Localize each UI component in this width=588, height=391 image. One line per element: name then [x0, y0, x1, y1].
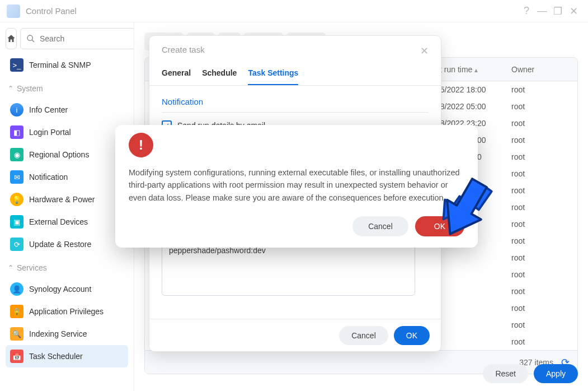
cell-owner: root: [511, 337, 567, 346]
tab-schedule[interactable]: Schedule: [202, 68, 237, 85]
cell-owner: root: [511, 85, 567, 94]
bottom-bar: Reset Apply: [483, 364, 578, 383]
search-icon: [26, 34, 35, 43]
globe-icon: ◉: [10, 148, 23, 161]
sidebar-item-info[interactable]: i Info Center: [6, 99, 128, 121]
chat-icon: ✉: [10, 170, 23, 184]
tab-task-settings[interactable]: Task Settings: [248, 68, 298, 85]
column-next-run-time[interactable]: xt run time ▴: [436, 65, 511, 74]
device-icon: ▣: [10, 215, 23, 229]
cell-owner: root: [511, 270, 567, 279]
help-icon[interactable]: ?: [519, 3, 534, 19]
warn-cancel-button[interactable]: Cancel: [352, 216, 408, 236]
warning-icon: !: [129, 133, 153, 157]
sidebar-item-indexing[interactable]: 🔍 Indexing Service: [6, 323, 128, 345]
close-icon[interactable]: ✕: [566, 3, 581, 19]
sidebar-item-label: Application Privileges: [29, 307, 104, 316]
sidebar-item-label: Terminal & SNMP: [29, 60, 91, 69]
chevron-icon: ⌃: [8, 264, 13, 272]
sidebar-item-regional[interactable]: ◉ Regional Options: [6, 143, 128, 166]
modal-ok-button[interactable]: OK: [394, 326, 430, 345]
cell-owner: root: [511, 304, 567, 313]
sidebar-item-tasksched[interactable]: 📅 Task Scheduler: [6, 345, 128, 367]
home-icon: [6, 34, 16, 44]
cell-owner: root: [511, 102, 567, 111]
sidebar-item-label: Notification: [29, 173, 68, 181]
maximize-icon[interactable]: ❐: [550, 3, 566, 19]
sidebar-item-label: Update & Restore: [29, 240, 91, 249]
sidebar-item-syno[interactable]: 👤 Synology Account: [6, 278, 128, 300]
sidebar-item-login[interactable]: ◧ Login Portal: [6, 121, 128, 143]
sidebar-item-label: Login Portal: [29, 128, 71, 137]
lock-icon: 🔒: [10, 305, 23, 318]
modal-cancel-button[interactable]: Cancel: [339, 326, 388, 345]
sidebar-section-system[interactable]: ⌃ System: [6, 78, 128, 99]
svg-point-0: [27, 35, 32, 40]
sidebar-item-update[interactable]: ⟳ Update & Restore: [6, 233, 128, 255]
account-icon: 👤: [10, 282, 23, 296]
warning-dialog: ! Modifying system configurations, runni…: [115, 125, 478, 248]
sidebar-item-apppriv[interactable]: 🔒 Application Privileges: [6, 300, 128, 323]
column-owner[interactable]: Owner: [511, 65, 567, 74]
cell-time: 28/2022 05:00: [436, 102, 511, 111]
sidebar-item-notification[interactable]: ✉ Notification: [6, 166, 128, 188]
cell-owner: root: [511, 136, 567, 145]
sidebar-item-extdev[interactable]: ▣ External Devices: [6, 211, 128, 233]
cell-owner: root: [511, 203, 567, 212]
sidebar-item-hardware[interactable]: 💡 Hardware & Power: [6, 188, 128, 211]
sidebar-item-label: Indexing Service: [29, 329, 87, 338]
cell-owner: root: [511, 220, 567, 229]
modal-title: Create task: [162, 45, 205, 57]
login-icon: ◧: [10, 125, 23, 139]
sidebar-item-label: Regional Options: [29, 150, 89, 159]
sidebar-item-label: Task Scheduler: [29, 352, 83, 361]
search-box[interactable]: [20, 28, 134, 49]
sidebar-item-label: External Devices: [29, 217, 88, 226]
script-textarea[interactable]: peppershade/pashword:dev: [162, 240, 415, 296]
apply-button[interactable]: Apply: [534, 364, 578, 383]
cell-owner: root: [511, 320, 567, 329]
window-title: Control Panel: [26, 6, 77, 16]
sort-asc-icon: ▴: [474, 66, 478, 74]
sidebar: >_ Terminal & SNMP ⌃ System i Info Cente…: [0, 22, 134, 391]
warn-ok-button[interactable]: OK: [415, 216, 464, 236]
svg-line-1: [32, 40, 34, 42]
app-icon: [7, 4, 20, 18]
cell-owner: root: [511, 236, 567, 245]
tab-general[interactable]: General: [162, 68, 191, 85]
sidebar-item-label: Hardware & Power: [29, 195, 95, 204]
info-icon: i: [10, 103, 23, 117]
section-notification: Notification: [162, 91, 429, 113]
calendar-icon: 📅: [10, 350, 23, 363]
search-file-icon: 🔍: [10, 327, 23, 341]
cell-owner: root: [511, 186, 567, 195]
chevron-icon: ⌃: [8, 85, 13, 92]
sync-icon: ⟳: [10, 238, 23, 251]
cell-owner: root: [511, 152, 567, 161]
search-input[interactable]: [40, 34, 134, 43]
cell-owner: root: [511, 119, 567, 128]
sidebar-section-services[interactable]: ⌃ Services: [6, 258, 128, 278]
reset-button[interactable]: Reset: [483, 364, 528, 383]
cell-owner: root: [511, 287, 567, 296]
titlebar: Control Panel ? — ❐ ✕: [0, 0, 588, 22]
bulb-icon: 💡: [10, 193, 23, 206]
cell-owner: root: [511, 253, 567, 262]
sidebar-item-terminal[interactable]: >_ Terminal & SNMP: [6, 54, 128, 76]
terminal-icon: >_: [10, 58, 23, 72]
modal-close-icon[interactable]: ✕: [420, 45, 429, 57]
cell-owner: root: [511, 169, 567, 178]
home-button[interactable]: [6, 28, 17, 49]
sidebar-item-label: Info Center: [29, 105, 68, 114]
sidebar-item-label: Synology Account: [29, 285, 91, 294]
warning-text: Modifying system configurations, running…: [129, 166, 464, 204]
minimize-icon[interactable]: —: [534, 3, 550, 19]
cell-time: 25/2022 18:00: [436, 85, 511, 94]
